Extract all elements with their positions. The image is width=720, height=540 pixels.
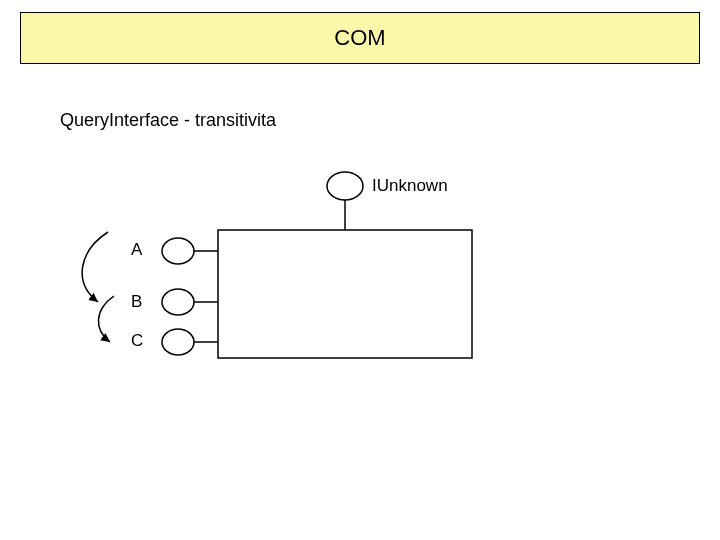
interface-b-label: B (131, 292, 142, 312)
arrow-b-to-c (98, 296, 114, 342)
interface-a-label: A (131, 240, 142, 260)
component-box (218, 230, 472, 358)
interface-c-label: C (131, 331, 143, 351)
iunknown-node (327, 172, 363, 200)
interface-c-node (162, 329, 194, 355)
iunknown-label: IUnknown (372, 176, 448, 196)
interface-b-node (162, 289, 194, 315)
com-diagram (0, 0, 720, 540)
arrow-a-to-b (82, 232, 108, 302)
interface-a-node (162, 238, 194, 264)
